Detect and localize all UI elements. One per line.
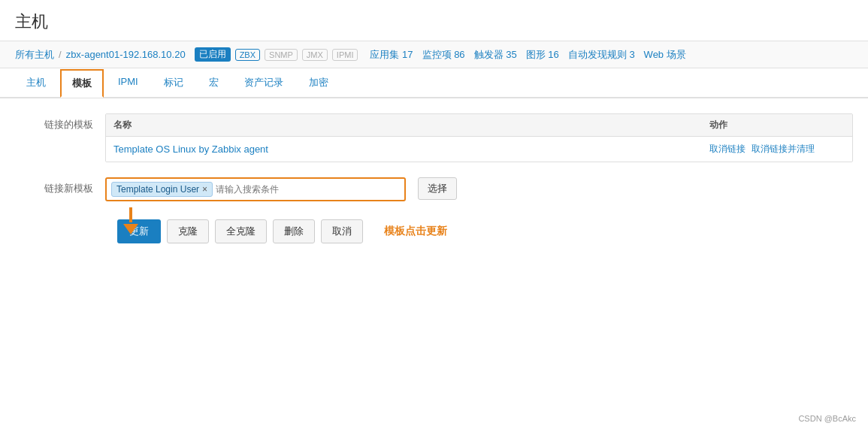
linked-templates-table: 名称 动作 Template OS Linux by Zabbix agent … [105,113,853,162]
template-tag: Template Login User × [111,182,213,197]
nav-app[interactable]: 应用集 17 [370,48,413,62]
linked-templates-label: 链接的模板 [15,113,105,162]
unlink-action[interactable]: 取消链接 [709,143,746,156]
breadcrumb-sep: / [59,49,62,60]
templates-table: 名称 动作 Template OS Linux by Zabbix agent … [105,113,853,162]
snmp-badge: SNMP [265,49,298,61]
tag-label: Template Login User [116,184,199,195]
nav-discovery[interactable]: 自动发现规则 3 [568,48,635,62]
tab-encrypt[interactable]: 加密 [298,69,340,98]
nav-monitor[interactable]: 监控项 86 [422,48,465,62]
clone-button[interactable]: 克隆 [167,219,209,243]
content-area: 链接的模板 名称 动作 Template OS Linux by Zabbix … [0,98,868,258]
nav-graph[interactable]: 图形 16 [526,48,559,62]
nav-links: 应用集 17 监控项 86 触发器 35 图形 16 自动发现规则 3 Web … [370,48,685,62]
breadcrumb: 所有主机 / zbx-agent01-192.168.10.20 已启用 ZBX… [0,41,868,68]
action-buttons: 更新 克隆 全克隆 删除 取消 模板点击更新 [117,219,853,243]
tag-close-icon[interactable]: × [202,185,207,194]
full-clone-button[interactable]: 全克隆 [215,219,267,243]
host-link[interactable]: zbx-agent01-192.168.10.20 [66,49,186,60]
table-row: Template OS Linux by Zabbix agent 取消链接 取… [106,137,852,162]
zbx-badge: ZBX [235,49,260,61]
action-links: 取消链接 取消链接并清理 [709,143,845,156]
header-name: 名称 [113,119,709,131]
arrow-down-icon [123,224,138,234]
arrow-annotation [123,207,138,234]
hint-text: 模板点击更新 [384,225,447,238]
tab-host[interactable]: 主机 [15,69,57,98]
page-title: 主机 [0,0,868,41]
ipmi-badge: IPMI [332,49,358,61]
link-new-template-section: 链接新模板 Template Login User × 选择 [15,177,853,201]
table-header: 名称 动作 [106,114,852,137]
link-new-template-controls: Template Login User × 选择 [105,177,853,201]
jmx-badge: JMX [302,49,328,61]
tab-asset[interactable]: 资产记录 [233,69,295,98]
linked-templates-section: 链接的模板 名称 动作 Template OS Linux by Zabbix … [15,113,853,162]
delete-button[interactable]: 删除 [273,219,315,243]
all-hosts-link[interactable]: 所有主机 [15,48,54,62]
template-search-input[interactable] [216,184,400,195]
nav-trigger[interactable]: 触发器 35 [474,48,517,62]
status-badge: 已启用 [195,47,231,62]
tab-tag[interactable]: 标记 [153,69,195,98]
link-new-template-label: 链接新模板 [15,177,105,195]
header-action: 动作 [709,119,845,131]
arrow-shaft [129,207,132,222]
tab-macro[interactable]: 宏 [198,69,230,98]
tab-template[interactable]: 模板 [60,69,104,98]
template-name-link[interactable]: Template OS Linux by Zabbix agent [113,144,709,155]
tab-ipmi[interactable]: IPMI [107,69,150,98]
cancel-button[interactable]: 取消 [321,219,363,243]
tabs-bar: 主机 模板 IPMI 标记 宏 资产记录 加密 [0,68,868,98]
tag-input-container[interactable]: Template Login User × [105,177,406,201]
select-button[interactable]: 选择 [418,177,457,200]
nav-web[interactable]: Web 场景 [644,48,686,62]
unlink-clear-action[interactable]: 取消链接并清理 [752,143,815,156]
